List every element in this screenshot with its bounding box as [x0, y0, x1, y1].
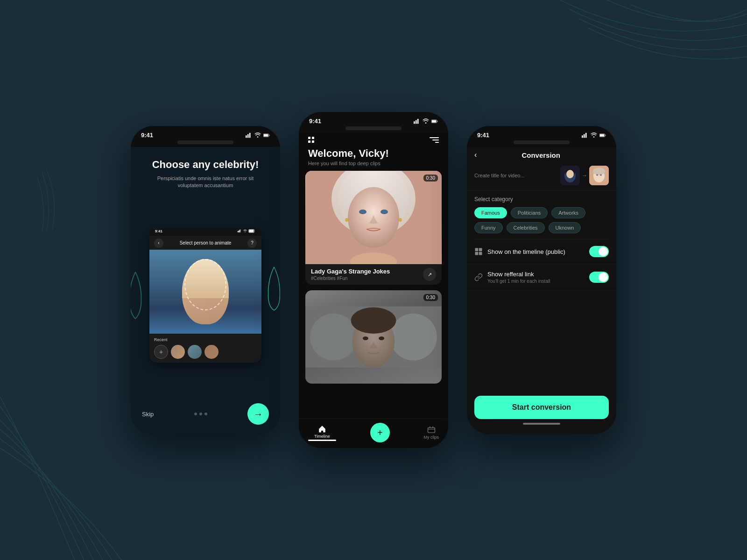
- nav-clips-label: My clips: [423, 435, 439, 440]
- inner-time: 9:41: [155, 229, 162, 233]
- timeline-icon: [474, 247, 483, 256]
- man-face-art: [305, 290, 442, 384]
- inner-phone-screen: 9:41 ‹ Select person to animate: [149, 228, 261, 363]
- p2-welcome: Welcome, Vicky! Here you will find top d…: [299, 145, 448, 171]
- pagination-dots: [194, 413, 207, 415]
- tag-politicians[interactable]: Politicians: [511, 207, 548, 218]
- p3-video-title-input[interactable]: Create title for video...: [474, 173, 556, 178]
- leaf-deco-icon: [131, 267, 145, 323]
- source-face-thumb: [560, 166, 580, 185]
- grid-icon[interactable]: [308, 137, 314, 143]
- share-btn-1[interactable]: ↗: [423, 268, 436, 281]
- p3-toggle2-text: Show refferal link You'll get 1 min for …: [487, 271, 585, 284]
- svg-rect-12: [414, 121, 415, 124]
- dot-2: [199, 413, 202, 415]
- man-face: [305, 290, 442, 384]
- filter-icon[interactable]: [430, 137, 439, 143]
- phone-1-notch: [177, 140, 233, 144]
- nav-timeline-label: Timeline: [314, 434, 330, 439]
- referral-icon: [474, 273, 483, 281]
- p3-toggle1-label: Show on the timeline (public): [487, 248, 585, 255]
- inner-wifi-icon: [243, 229, 247, 233]
- svg-point-3: [257, 136, 259, 138]
- svg-rect-14: [417, 119, 419, 124]
- svg-rect-52: [475, 252, 479, 255]
- svg-rect-53: [479, 252, 482, 255]
- inner-face-area: [149, 250, 261, 334]
- inner-help-btn[interactable]: ?: [247, 238, 257, 248]
- nav-my-clips[interactable]: My clips: [423, 426, 439, 440]
- nav-add-btn[interactable]: +: [370, 423, 390, 442]
- tag-artworks[interactable]: Artworks: [551, 207, 585, 218]
- tag-unknown[interactable]: Uknown: [549, 222, 581, 233]
- phone-1-content: Choose any celebrity! Perspiciatis unde …: [131, 147, 280, 434]
- video-tags-1: #Celebrities #Fun: [311, 276, 436, 281]
- video-card-1-info: Lady Gaga's Strange Jokes #Celebrities #…: [305, 264, 442, 285]
- video-card-1[interactable]: 0:30 Lady Gaga's Strange Jokes #Celebrit…: [305, 171, 442, 285]
- p3-preview-images: →: [560, 166, 609, 185]
- face-selection-circle: [184, 259, 226, 310]
- phone-2-status-bar: 9:41: [299, 112, 448, 126]
- recent-avatar-1[interactable]: [171, 345, 185, 359]
- clips-icon: [427, 426, 436, 434]
- svg-rect-2: [249, 133, 251, 138]
- phone-3-status-bar: 9:41: [467, 126, 616, 140]
- svg-rect-37: [585, 133, 587, 138]
- nav-timeline[interactable]: Timeline: [308, 425, 336, 441]
- svg-point-24: [381, 210, 388, 214]
- video-duration-1: 0:30: [423, 175, 438, 182]
- svg-point-31: [351, 308, 396, 334]
- nav-active-indicator: [308, 440, 336, 441]
- tag-famous[interactable]: Famous: [474, 207, 507, 218]
- tag-funny[interactable]: Funny: [474, 222, 503, 233]
- recent-label: Recent: [154, 337, 257, 342]
- add-person-btn[interactable]: +: [154, 345, 168, 359]
- arrow-icon: →: [582, 172, 587, 179]
- video-card-2[interactable]: 0:30: [305, 290, 442, 384]
- phone-2-notch: [345, 126, 402, 130]
- p3-toggle-referral: Show refferal link You'll get 1 min for …: [467, 264, 616, 291]
- skip-label[interactable]: Skip: [142, 411, 154, 418]
- p3-toggle2-sub: You'll get 1 min for each install: [487, 279, 585, 284]
- p3-topbar: ‹ Conversion: [467, 147, 616, 161]
- toggle-referral-switch[interactable]: [589, 272, 609, 283]
- wifi-icon-p2: [423, 118, 429, 125]
- phone-1: 9:41 Choose any celebrity! Perspiciatis …: [131, 126, 280, 434]
- svg-rect-36: [584, 134, 585, 138]
- signal-icon-p2: [414, 118, 420, 125]
- battery-icon-p2: [431, 118, 438, 125]
- svg-point-29: [390, 314, 437, 361]
- toggle-knob-1: [599, 247, 608, 256]
- inner-back-btn[interactable]: ‹: [154, 238, 163, 248]
- lady-gaga-art: [305, 171, 442, 264]
- phone-1-time: 9:41: [141, 132, 153, 139]
- recent-avatar-2[interactable]: [188, 345, 202, 359]
- tag-celebrities[interactable]: Celebrities: [507, 222, 545, 233]
- video-title-1: Lady Gaga's Strange Jokes: [311, 268, 436, 275]
- phone-1-bottom-bar: Skip →: [131, 397, 280, 434]
- next-button[interactable]: →: [247, 403, 269, 425]
- phone-2: 9:41: [299, 112, 448, 448]
- phone-3-status-icons: [582, 132, 606, 139]
- p3-category-label: Select category: [474, 196, 609, 203]
- home-indicator: [523, 423, 560, 425]
- video-thumb-1: 0:30: [305, 171, 442, 264]
- p3-category-section: Select category Famous Politicians Artwo…: [467, 190, 616, 239]
- home-icon: [318, 425, 326, 433]
- svg-rect-34: [428, 428, 435, 433]
- start-conversion-btn[interactable]: Start conversion: [474, 396, 609, 419]
- svg-rect-50: [475, 248, 479, 252]
- phone-2-status-icons: [414, 118, 438, 125]
- svg-rect-13: [416, 120, 417, 124]
- p3-back-btn[interactable]: ‹: [474, 151, 477, 159]
- toggle-timeline-switch[interactable]: [589, 246, 609, 257]
- svg-point-26: [398, 218, 402, 222]
- phone-1-screen-container: 9:41 ‹ Select person to animate: [131, 194, 280, 397]
- signal-icon-p3: [582, 132, 588, 139]
- recent-avatar-3[interactable]: [204, 345, 218, 359]
- phone-1-title: Choose any celebrity!: [145, 158, 266, 171]
- svg-point-32: [363, 336, 368, 340]
- wifi-icon: [254, 132, 261, 139]
- svg-rect-6: [238, 231, 239, 232]
- svg-point-49: [600, 175, 602, 176]
